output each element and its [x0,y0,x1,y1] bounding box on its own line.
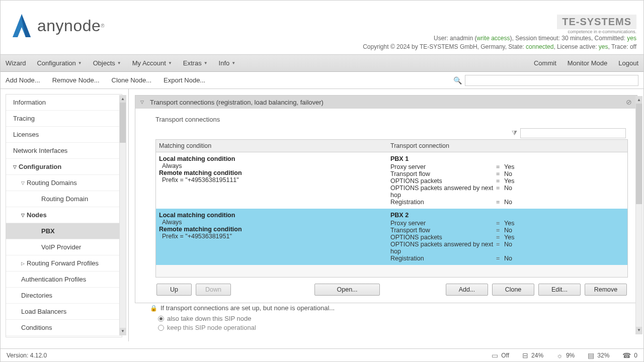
connection-cell: PBX 1Proxy server=YesTransport flow=NoOP… [387,152,627,209]
caret-down-icon: ▼ [231,61,235,65]
lock-icon: 🔒 [150,305,157,312]
connection-cell: PBX 2Proxy server=YesTransport flow=NoOP… [387,209,627,265]
remove-node-button[interactable]: Remove Node... [52,76,100,84]
scroll-thumb[interactable] [636,104,642,204]
content-scrollbar[interactable]: ▲ ▼ [635,96,642,334]
vendor-block: TE-SYSTEMS competence in e-communication… [557,15,636,34]
remove-button[interactable]: Remove [585,284,627,296]
node-toolbar: Add Node... Remove Node... Clone Node...… [1,72,643,89]
add-node-button[interactable]: Add Node... [6,76,40,84]
menu-info[interactable]: Info▼ [219,59,236,67]
menu-logout[interactable]: Logout [618,59,638,67]
search-icon: 🔍 [453,76,462,84]
transport-panel: ▽ Transport connections (registration, l… [135,95,637,303]
status-mem: ▤32% [588,351,609,359]
search-input[interactable] [465,75,638,86]
col-matching: Matching condition [156,140,387,152]
filter-input[interactable] [520,128,626,138]
sidebar-item-routing-domain[interactable]: Routing Domain [6,191,122,207]
radio-icon [158,316,164,322]
collapse-icon[interactable]: ▽ [140,100,144,105]
radio-icon [158,325,164,331]
collapse-icon: ▽ [13,164,17,169]
status-line-user: User: anadmin (write access), Session ti… [434,35,636,42]
status-battery: ▭Off [492,351,509,359]
col-connection: Transport connection [387,140,627,152]
sidebar-item-licenses[interactable]: Licenses [6,127,122,143]
panel-title: Transport connections (registration, loa… [150,99,324,106]
sidebar-item-information[interactable]: Information [6,95,122,111]
sidebar-item-hotstandbys[interactable]: Hot Standbys [6,336,122,337]
sidebar-item-routing-domains[interactable]: ▽Routing Domains [6,175,122,191]
logo-icon [11,13,33,38]
memory-icon: ▤ [588,351,594,359]
sidebar-item-voip-provider[interactable]: VoIP Provider [6,239,122,255]
scroll-down-icon[interactable]: ▼ [636,327,642,334]
matching-cell: Local matching conditionAlwaysRemote mat… [156,209,387,265]
disk-icon: ⊟ [522,351,528,359]
sidebar-item-nodes[interactable]: ▽Nodes [6,207,122,223]
connections-table: Matching condition Transport connection … [155,139,628,278]
scroll-down-icon[interactable]: ▼ [120,328,126,335]
sidebar-scrollbar[interactable]: ▲ ▼ [119,95,126,335]
add-button[interactable]: Add... [446,284,488,296]
sidebar-item-auth[interactable]: Authentication Profiles [6,272,122,288]
logo: anynode® [11,13,105,38]
collapse-icon: ▽ [21,213,25,218]
menu-commit[interactable]: Commit [534,59,556,67]
status-disk: ⊟24% [522,351,543,359]
sidebar-item-tracing[interactable]: Tracing [6,111,122,127]
edit-button[interactable]: Edit... [538,284,581,296]
scroll-up-icon[interactable]: ▲ [636,97,642,104]
version-label: Version: 4.12.0 [7,352,47,359]
radio-keep[interactable]: keep this SIP node operational [158,324,637,331]
down-button[interactable]: Down [196,284,231,296]
sidebar: Information Tracing Licenses Network Int… [6,94,122,337]
sidebar-item-rfp[interactable]: ▷Routing Forward Profiles [6,255,122,272]
panel-close-icon[interactable]: ⊘ [626,98,632,106]
scroll-thumb[interactable] [120,103,126,143]
menu-configuration[interactable]: Configuration▼ [37,59,82,67]
status-line-sys: Copyright © 2024 by TE-SYSTEMS GmbH, Ger… [363,43,636,50]
caret-down-icon: ▼ [204,61,208,65]
sidebar-item-directories[interactable]: Directories [6,288,122,304]
export-node-button[interactable]: Export Node... [164,76,205,84]
clone-button[interactable]: Clone [492,284,534,296]
filter-icon[interactable]: ⧩ [512,129,517,137]
menu-account[interactable]: My Account▼ [132,59,172,67]
panel-subtitle: Transport connections [155,116,628,123]
table-row[interactable]: Local matching conditionAlwaysRemote mat… [156,152,627,209]
sidebar-item-conditions[interactable]: Conditions [6,320,122,336]
vendor-logo: TE-SYSTEMS [557,15,636,29]
menu-extras[interactable]: Extras▼ [183,59,208,67]
radio-title: 🔒 If transport connections are set up, b… [150,304,637,312]
clone-node-button[interactable]: Clone Node... [112,76,152,84]
access-link[interactable]: write access [476,35,510,42]
scroll-up-icon[interactable]: ▲ [120,96,126,103]
bell-icon: ☎ [622,351,631,359]
status-alerts: ☎0 [622,351,637,359]
caret-down-icon: ▼ [117,61,121,65]
caret-down-icon: ▼ [78,61,82,65]
status-cpu: ☼9% [556,351,575,359]
statusbar: Version: 4.12.0 ▭Off ⊟24% ☼9% ▤32% ☎0 [1,348,643,361]
expand-icon: ▷ [21,261,25,266]
battery-icon: ▭ [492,351,498,359]
menu-wizard[interactable]: Wizard [6,59,26,67]
vendor-tagline: competence in e-communications. [557,29,636,34]
sidebar-item-pbx[interactable]: PBX [6,223,122,239]
up-button[interactable]: Up [156,284,192,296]
open-button[interactable]: Open... [314,284,380,296]
menubar: Wizard Configuration▼ Objects▼ My Accoun… [1,55,643,72]
radio-takedown[interactable]: also take down this SIP node [158,315,637,322]
sidebar-item-network[interactable]: Network Interfaces [6,143,122,159]
sidebar-item-configuration[interactable]: ▽Configuration [6,159,122,175]
table-row[interactable]: Local matching conditionAlwaysRemote mat… [156,209,627,265]
matching-cell: Local matching conditionAlwaysRemote mat… [156,152,387,209]
menu-objects[interactable]: Objects▼ [93,59,121,67]
menu-monitor[interactable]: Monitor Mode [568,59,607,67]
sidebar-item-loadbalancers[interactable]: Load Balancers [6,304,122,320]
logo-reg: ® [101,23,104,29]
cpu-icon: ☼ [556,351,563,359]
collapse-icon: ▽ [21,180,25,186]
